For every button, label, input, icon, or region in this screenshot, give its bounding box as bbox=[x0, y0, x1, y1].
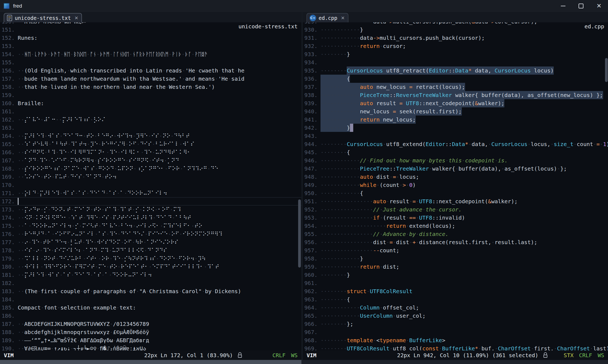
tab-close-icon[interactable]: ✕ bbox=[74, 15, 78, 21]
horizontal-scrollbar-thumb[interactable] bbox=[0, 360, 301, 364]
code-line: 152.Runes: bbox=[0, 34, 301, 42]
pane-divider[interactable] bbox=[301, 12, 303, 364]
whitespace-dots: ·· bbox=[18, 141, 24, 147]
code-token: + bbox=[412, 239, 416, 245]
whitespace-dots: · bbox=[396, 108, 399, 115]
code-line-text: ········}; bbox=[318, 320, 353, 328]
line-number: 968. bbox=[303, 336, 318, 344]
close-button[interactable]: ✕ bbox=[590, 0, 608, 12]
code-token: // bbox=[360, 157, 367, 164]
line-number: 165. bbox=[0, 140, 15, 148]
line-number: 963. bbox=[303, 295, 318, 304]
whitespace-dots: · bbox=[83, 133, 86, 139]
code-token: ዘርጋ። bbox=[74, 22, 86, 25]
code-token: -> bbox=[386, 22, 393, 25]
code-token: ⠹⠑ bbox=[109, 149, 117, 156]
code-token: which bbox=[70, 67, 87, 74]
code-token: { bbox=[360, 190, 363, 196]
left-editor-pane[interactable]: 150.··እግርህን·በፍራሽህ·ልክ·ዘርጋ።151.152.Runes:1… bbox=[0, 22, 301, 350]
code-token: into bbox=[129, 67, 142, 74]
code-line: 944.········CursorLocus·utf8_extend(Edit… bbox=[303, 140, 608, 148]
code-line: 163. bbox=[0, 124, 301, 132]
whitespace-dots: · bbox=[87, 67, 90, 74]
line-number: 937. bbox=[303, 83, 318, 91]
code-line: 183.··(The·first·couple·of·paragraphs·of… bbox=[0, 287, 301, 295]
whitespace-dots: · bbox=[593, 92, 596, 98]
whitespace-dots: · bbox=[191, 223, 194, 229]
whitespace-dots: · bbox=[468, 141, 472, 147]
code-token: ⠎⠁⠹ bbox=[105, 206, 117, 213]
left-vertical-scrollbar[interactable] bbox=[298, 199, 301, 268]
code-token: PieceTree bbox=[360, 165, 390, 172]
minimize-button[interactable] bbox=[554, 0, 572, 12]
code-token: ⠎⠊⠛⠝⠫ bbox=[24, 149, 44, 156]
code-token: ⠡⠕⠎⠑ bbox=[24, 174, 40, 180]
app-window: fred ✕ unicode-stress.txt bbox=[0, 0, 608, 364]
code-token: 'He bbox=[218, 75, 228, 82]
right-vertical-scrollbar[interactable] bbox=[605, 58, 608, 82]
line-number: 943. bbox=[303, 132, 318, 140]
whitespace-dots: ·· bbox=[18, 239, 24, 245]
whitespace-dots: · bbox=[117, 263, 121, 270]
code-token: // bbox=[373, 231, 380, 237]
whitespace-dots: · bbox=[179, 288, 182, 295]
whitespace-dots: · bbox=[52, 174, 55, 180]
whitespace-dots: ················ bbox=[321, 206, 373, 213]
whitespace-dots: · bbox=[212, 288, 215, 295]
code-line-text bbox=[15, 295, 18, 304]
whitespace-dots: · bbox=[600, 141, 603, 147]
code-token: ⠕⠋ bbox=[129, 141, 137, 147]
code-line-text: ················data->multi_cursors.push… bbox=[318, 22, 537, 26]
maximize-button[interactable] bbox=[572, 0, 590, 12]
code-token: land bbox=[123, 84, 136, 90]
code-token: АБВГДабвгд bbox=[116, 337, 149, 344]
whitespace-dots: · bbox=[82, 239, 85, 245]
whitespace-dots: · bbox=[380, 206, 383, 213]
code-token: cursor. bbox=[439, 206, 462, 213]
code-line: 933.········} bbox=[303, 50, 608, 58]
code-token: ::invalid) bbox=[432, 214, 465, 221]
whitespace-dots: · bbox=[143, 239, 146, 245]
code-token: ⠁⠎ bbox=[109, 190, 116, 196]
line-number: 946. bbox=[303, 156, 318, 165]
code-token: Latin bbox=[146, 67, 162, 74]
code-line-text bbox=[15, 26, 18, 34]
code-token: ⠝⠕ bbox=[163, 133, 170, 139]
selection-highlight: ········{ bbox=[321, 75, 350, 83]
whitespace-dots: · bbox=[44, 133, 47, 139]
code-line-text: Runes: bbox=[15, 34, 37, 42]
line-number: 960. bbox=[303, 271, 318, 279]
lock-icon[interactable] bbox=[237, 352, 242, 358]
code-token: ⠃⠹ bbox=[47, 149, 55, 156]
whitespace-dots: · bbox=[126, 288, 129, 295]
code-line-text: ····················return·extend(locus)… bbox=[318, 222, 455, 230]
whitespace-dots: · bbox=[416, 231, 419, 237]
whitespace-dots: · bbox=[36, 157, 40, 164]
code-token: locus) bbox=[534, 67, 554, 74]
tab-close-icon[interactable]: ✕ bbox=[341, 15, 345, 21]
whitespace-dots: · bbox=[159, 133, 163, 139]
code-token: ⠍⠳⠗⠝⠻⠲ bbox=[70, 157, 94, 164]
whitespace-dots: ········ bbox=[321, 272, 347, 278]
tab-ed-cpp[interactable]: C+ ed.cpp ✕ bbox=[307, 13, 348, 22]
code-token: walker); bbox=[491, 198, 517, 205]
code-token: ⠊⠞⠲ bbox=[152, 157, 164, 164]
code-token: ᚦᚫᛗ bbox=[100, 51, 109, 57]
whitespace-dots: · bbox=[119, 84, 123, 90]
tab-unicode-stress[interactable]: unicode-stress.txt ✕ bbox=[4, 13, 82, 22]
right-editor-pane[interactable]: 929.················data->multi_cursors.… bbox=[303, 22, 608, 350]
whitespace-dots: ·· bbox=[18, 165, 24, 172]
code-token: distance. bbox=[419, 231, 448, 237]
whitespace-dots: ·· bbox=[56, 116, 62, 123]
whitespace-dots: ·· bbox=[18, 247, 24, 254]
whitespace-dots: · bbox=[406, 84, 409, 90]
line-number: 170. bbox=[0, 181, 15, 189]
whitespace-dots: · bbox=[83, 214, 86, 221]
code-token: result bbox=[376, 100, 396, 107]
line-number: 167. bbox=[0, 156, 15, 165]
tab-label: ed.cpp bbox=[319, 15, 337, 21]
lock-icon[interactable] bbox=[543, 352, 548, 358]
code-token: { bbox=[347, 149, 350, 156]
code-token: Editor bbox=[429, 67, 448, 74]
code-token: reads bbox=[166, 67, 182, 74]
